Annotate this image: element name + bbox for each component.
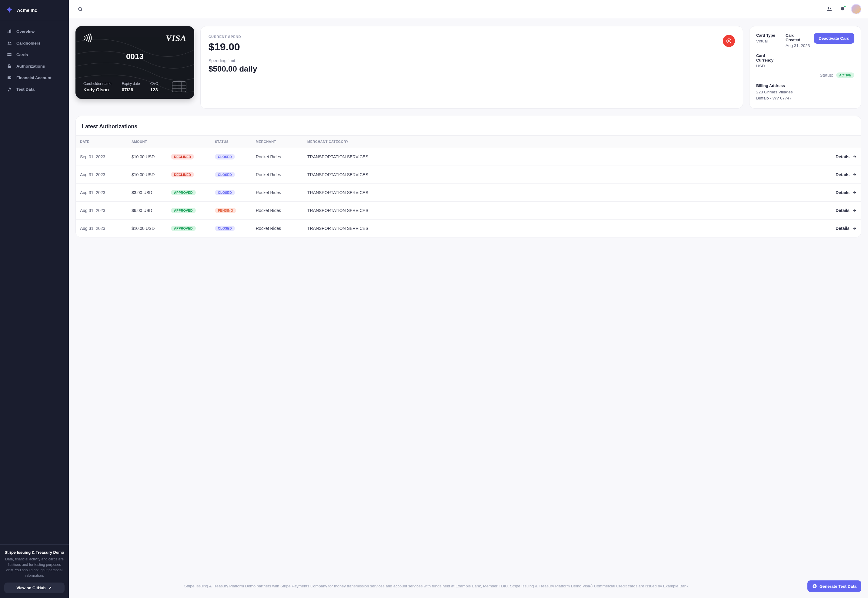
svg-point-12 (830, 7, 831, 9)
sidebar-item-label: Cardholders (16, 41, 40, 45)
details-link-label: Details (835, 154, 850, 159)
sidebar-item-cardholders[interactable]: Cardholders (0, 37, 69, 49)
svg-text:$: $ (728, 39, 729, 42)
approval-badge: DECLINED (171, 154, 194, 160)
sidebar-item-authorizations[interactable]: Authorizations (0, 60, 69, 72)
people-button[interactable] (824, 4, 834, 14)
brand-logo-icon (6, 7, 13, 13)
arrow-right-icon (852, 226, 857, 231)
search-button[interactable] (76, 4, 85, 14)
table-row: Sep 01, 2023 $10.00 USD DECLINED CLOSED … (76, 148, 861, 166)
sidebar-item-label: Test Data (16, 87, 34, 91)
table-row: Aug 31, 2023 $6.00 USD APPROVED PENDING … (76, 202, 861, 220)
cardholder-label: Cardholder name (84, 82, 112, 86)
topbar (69, 0, 868, 18)
status-label: Status: (820, 73, 833, 78)
details-link-label: Details (835, 172, 850, 177)
cell-date: Aug 31, 2023 (80, 190, 131, 195)
cell-category: TRANSPORTATION SERVICES (307, 226, 823, 231)
details-link[interactable]: Details (823, 190, 857, 195)
authorizations-panel: Latest Authorizations DATE AMOUNT STATUS… (76, 116, 861, 238)
wallet-icon (7, 75, 12, 80)
th-amount: AMOUNT (131, 140, 171, 144)
sidebar-item-label: Overview (16, 30, 34, 34)
card-icon (7, 52, 12, 57)
status-badge: ACTIVE (836, 72, 855, 78)
sidebar: Acme Inc OverviewCardholdersCardsAuthori… (0, 0, 69, 598)
approval-badge: APPROVED (171, 208, 196, 213)
svg-rect-0 (7, 31, 9, 33)
card-type-value: Virtual (756, 39, 781, 43)
cell-merchant: Rocket Rides (256, 172, 307, 177)
approval-badge: APPROVED (171, 190, 196, 195)
current-spend-label: CURRENT SPEND (209, 35, 257, 39)
cell-category: TRANSPORTATION SERVICES (307, 208, 823, 213)
tools-icon (7, 87, 12, 92)
details-link-label: Details (835, 190, 850, 195)
approval-badge: APPROVED (171, 226, 196, 231)
svg-rect-7 (8, 66, 11, 68)
table-row: Aug 31, 2023 $10.00 USD APPROVED CLOSED … (76, 220, 861, 237)
sidebar-item-label: Cards (16, 52, 28, 57)
sidebar-item-cards[interactable]: Cards (0, 49, 69, 60)
approval-badge: DECLINED (171, 172, 194, 177)
details-link[interactable]: Details (823, 172, 857, 177)
cell-amount: $10.00 USD (131, 226, 171, 231)
details-link[interactable]: Details (823, 226, 857, 231)
billing-address-label: Billing Address (756, 84, 855, 88)
details-link[interactable]: Details (823, 208, 857, 213)
authorizations-title: Latest Authorizations (76, 116, 861, 135)
arrow-right-icon (852, 190, 857, 195)
contactless-icon (84, 33, 93, 45)
svg-point-3 (8, 42, 9, 43)
sidebar-item-test-data[interactable]: Test Data (0, 84, 69, 95)
lock-icon (7, 63, 12, 69)
spending-limit-value: $500.00 daily (209, 64, 257, 74)
svg-rect-6 (7, 54, 11, 55)
deactivate-card-button[interactable]: Deactivate Card (814, 33, 855, 44)
demo-description: Data, financial activity and cards are f… (4, 556, 64, 578)
card-currency-label: Card Currency (756, 53, 781, 63)
cell-merchant: Rocket Rides (256, 226, 307, 231)
th-merchant: MERCHANT (256, 140, 307, 144)
people-icon (7, 40, 12, 46)
view-on-github-button[interactable]: View on GitHub (4, 583, 64, 593)
svg-rect-1 (9, 30, 10, 33)
cell-merchant: Rocket Rides (256, 190, 307, 195)
brand: Acme Inc (0, 0, 69, 20)
current-spend-panel: CURRENT SPEND $19.00 Spending limit: $50… (200, 26, 743, 109)
cell-merchant: Rocket Rides (256, 154, 307, 159)
sidebar-item-financial-account[interactable]: Financial Account (0, 72, 69, 84)
credit-card: VISA 0013 Cardholder name Kody Olson Exp… (76, 26, 194, 99)
status-badge: CLOSED (215, 226, 235, 231)
status-badge: CLOSED (215, 172, 235, 177)
billing-address-value: 228 Grimes Villages Buffalo - WV 07747 (756, 89, 855, 102)
content: VISA 0013 Cardholder name Kody Olson Exp… (69, 18, 868, 571)
cell-category: TRANSPORTATION SERVICES (307, 190, 823, 195)
main-area: VISA 0013 Cardholder name Kody Olson Exp… (69, 0, 868, 598)
sidebar-item-label: Financial Account (16, 76, 52, 80)
arrow-right-icon (852, 208, 857, 213)
notifications-button[interactable] (838, 4, 847, 14)
brand-name: Acme Inc (17, 7, 37, 13)
card-last4: 0013 (84, 52, 186, 61)
table-row: Aug 31, 2023 $10.00 USD DECLINED CLOSED … (76, 166, 861, 184)
arrow-right-icon (852, 154, 857, 159)
cell-amount: $6.00 USD (131, 208, 171, 213)
svg-rect-2 (10, 30, 11, 33)
current-spend-amount: $19.00 (209, 41, 257, 53)
th-category: MERCHANT CATEGORY (307, 140, 823, 144)
table-row: Aug 31, 2023 $3.00 USD APPROVED CLOSED R… (76, 184, 861, 202)
external-link-icon (48, 586, 52, 590)
github-button-label: View on GitHub (17, 586, 46, 590)
details-link-label: Details (835, 226, 850, 231)
avatar[interactable] (851, 4, 861, 14)
generate-test-data-button[interactable]: Generate Test Data (807, 580, 861, 592)
cell-date: Aug 31, 2023 (80, 172, 131, 177)
plus-circle-icon (812, 584, 817, 589)
cardholder-name: Kody Olson (84, 87, 112, 92)
details-link[interactable]: Details (823, 154, 857, 159)
sidebar-item-overview[interactable]: Overview (0, 26, 69, 37)
svg-point-10 (79, 7, 82, 10)
cell-category: TRANSPORTATION SERVICES (307, 154, 823, 159)
